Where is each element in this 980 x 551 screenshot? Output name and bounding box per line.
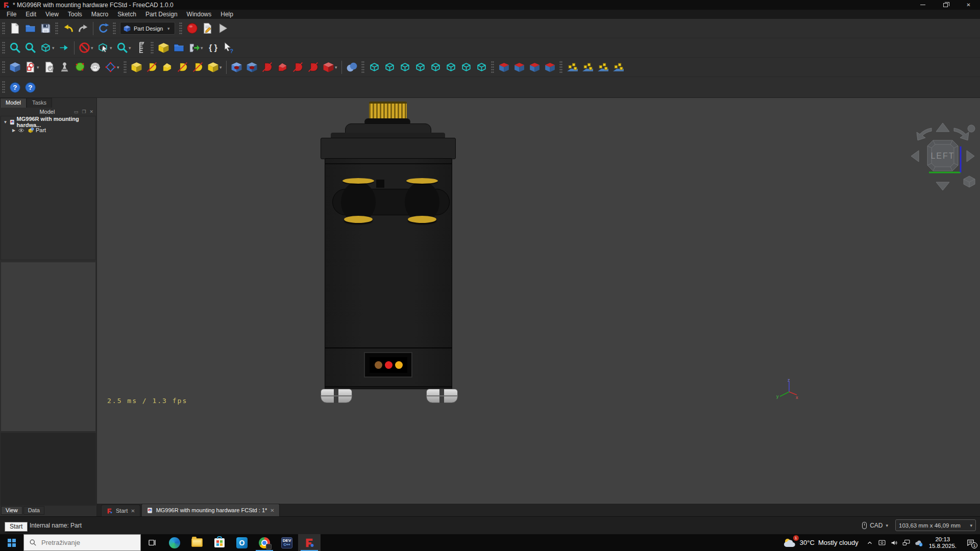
draft-alt-button[interactable]	[458, 59, 474, 76]
chamfer-alt-button[interactable]	[443, 59, 458, 76]
boolean-operation-button[interactable]	[344, 59, 359, 76]
menu-edit[interactable]: Edit	[21, 10, 41, 18]
navcube-arrow-up[interactable]	[936, 123, 949, 132]
minimize-button[interactable]	[911, 0, 934, 10]
navcube-top-view-dot[interactable]	[968, 125, 975, 132]
expander-open-icon[interactable]: ▼	[3, 120, 8, 124]
help-button[interactable]	[22, 79, 38, 95]
save-document-button[interactable]	[38, 20, 53, 37]
close-button[interactable]: ✕	[957, 0, 980, 10]
menu-help[interactable]: Help	[216, 10, 238, 18]
toolbar-grip[interactable]	[491, 61, 494, 74]
clipping-toggle-button[interactable]	[77, 40, 92, 56]
workbench-selector[interactable]: Part Design▾	[120, 22, 175, 35]
zoom-tools-button[interactable]	[114, 40, 130, 56]
dressup-chamfer-button[interactable]	[511, 59, 527, 76]
tray-volume-button[interactable]	[888, 534, 900, 551]
multitransform-button[interactable]	[610, 59, 626, 76]
mirrored-button[interactable]	[565, 59, 580, 76]
menu-tools[interactable]: Tools	[63, 10, 87, 18]
navcube-face[interactable]: LEFT	[927, 140, 958, 171]
revolution-button[interactable]	[144, 59, 159, 76]
toolbar-grip[interactable]	[2, 41, 5, 55]
pocket-button[interactable]	[229, 59, 244, 76]
taskbar-app-freecad[interactable]	[298, 534, 321, 551]
groove-button[interactable]	[259, 59, 275, 76]
fillet-alt-button[interactable]	[428, 59, 443, 76]
subtractive-pipe-button[interactable]	[290, 59, 305, 76]
additive-primitive-button[interactable]	[205, 59, 220, 76]
3d-viewport[interactable]: 2.5 ms / 1.3 fps LEFT	[97, 98, 980, 503]
navcube-arrow-left[interactable]	[911, 151, 919, 162]
taskbar-app-devcpp[interactable]: DEVC++	[276, 534, 298, 551]
menu-part-design[interactable]: Part Design	[141, 10, 182, 18]
subtractive-primitive-button[interactable]	[321, 59, 336, 76]
macro-play-button[interactable]	[215, 20, 230, 37]
taskbar-app-edge[interactable]	[163, 534, 186, 551]
new-document-button[interactable]	[7, 20, 22, 37]
expression-editor-button[interactable]	[205, 40, 220, 56]
toolbar-grip[interactable]	[124, 61, 127, 74]
action-center-button[interactable]: 1	[961, 534, 980, 551]
toolbar-grip[interactable]	[179, 22, 182, 35]
maximize-button[interactable]	[934, 0, 957, 10]
redo-button[interactable]	[76, 20, 91, 37]
navcube-rotate-ccw[interactable]	[917, 128, 932, 140]
tab-view[interactable]: View	[1, 506, 22, 515]
polar-pattern-button[interactable]	[595, 59, 610, 76]
chamfer-button[interactable]	[382, 59, 397, 76]
dressup-fillet-button[interactable]	[496, 59, 511, 76]
linear-pattern-button[interactable]	[580, 59, 595, 76]
menu-sketch[interactable]: Sketch	[113, 10, 141, 18]
toolbar-grip[interactable]	[55, 22, 58, 35]
create-shapebinder-button[interactable]	[72, 59, 87, 76]
visibility-eye-icon[interactable]	[18, 127, 24, 134]
document-tab-active[interactable]: MG996R with mounting hardware FCStd : 1*…	[141, 504, 280, 516]
undo-button[interactable]	[60, 20, 76, 37]
tray-expand-button[interactable]	[864, 534, 876, 551]
sketch-tools-button[interactable]	[57, 59, 72, 76]
create-part-button[interactable]	[156, 40, 171, 56]
go-to-linked-object-button[interactable]	[57, 40, 72, 56]
taskbar-app-store[interactable]	[208, 534, 231, 551]
additive-helix-button[interactable]	[190, 59, 205, 76]
panel-float-icon[interactable]: ❐	[82, 109, 86, 114]
dressup-thickness-button[interactable]	[542, 59, 557, 76]
document-tab-start[interactable]: Start✕	[101, 505, 140, 516]
tray-cast-button[interactable]	[876, 534, 888, 551]
search-input[interactable]	[41, 539, 128, 546]
toolbar-grip[interactable]	[2, 22, 5, 35]
fillet-button[interactable]	[366, 59, 382, 76]
create-group-button[interactable]	[171, 40, 186, 56]
toolbar-grip[interactable]	[113, 22, 116, 35]
toolbar-grip[interactable]	[2, 81, 5, 94]
box-element-selection-button[interactable]	[95, 40, 111, 56]
clock-widget[interactable]: 20:13 15.8.2025.	[925, 536, 961, 549]
macro-record-button[interactable]	[184, 20, 200, 37]
create-datum-button[interactable]	[103, 59, 118, 76]
thickness-alt-button[interactable]	[474, 59, 489, 76]
tab-model[interactable]: Model	[0, 98, 27, 108]
navcube-arrow-right[interactable]	[967, 151, 974, 162]
macro-edit-button[interactable]	[200, 20, 215, 37]
navcube-rotate-cw[interactable]	[954, 128, 969, 140]
taskbar-app-task-view[interactable]	[141, 534, 163, 551]
start-button[interactable]	[0, 534, 23, 551]
menu-view[interactable]: View	[41, 10, 63, 18]
make-link-button[interactable]	[186, 40, 202, 56]
tray-cloud-button[interactable]: i	[913, 534, 925, 551]
draw-style-button[interactable]	[38, 40, 53, 56]
tray-network-button[interactable]	[900, 534, 913, 551]
expander-closed-icon[interactable]: ▶	[11, 128, 16, 133]
tree-item-document[interactable]: ▼MG996R with mounting hardwa...	[1, 118, 95, 126]
menu-file[interactable]: File	[2, 10, 21, 18]
create-sketch-button[interactable]	[22, 59, 38, 76]
zoom-selection-button[interactable]	[22, 40, 38, 56]
panel-minimize-icon[interactable]: ▭	[74, 109, 79, 114]
toolbar-grip[interactable]	[2, 61, 5, 74]
taskbar-app-explorer[interactable]	[186, 534, 208, 551]
taskbar-app-outlook[interactable]: O	[231, 534, 253, 551]
panel-close-icon[interactable]: ✕	[89, 109, 93, 114]
draft-button[interactable]	[397, 59, 412, 76]
toolbar-grip[interactable]	[559, 61, 562, 74]
